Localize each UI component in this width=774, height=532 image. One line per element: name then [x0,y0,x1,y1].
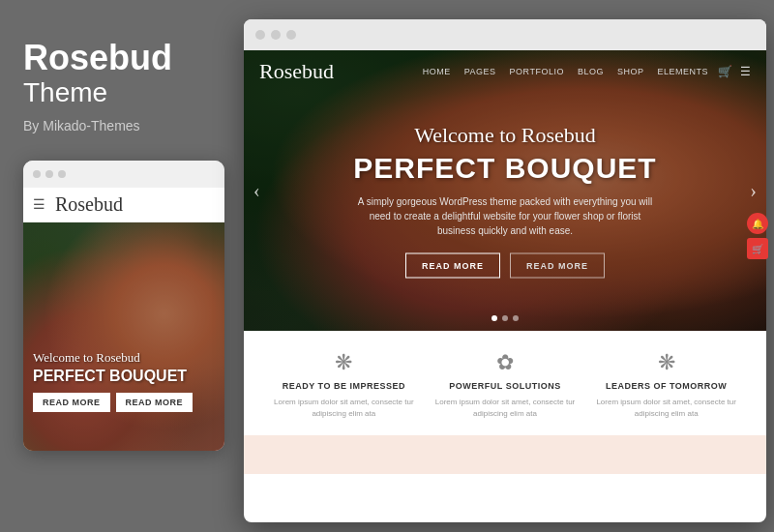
feature-desc-1: Lorem ipsum dolor sit amet, consecte tur… [273,397,415,420]
hero-slide-dots [491,315,519,321]
hero-welcome-script: Welcome to Rosebud [296,123,714,148]
feature-icon-2: ✿ [434,352,577,373]
hero-read-more-btn-1[interactable]: READ MORE [405,253,500,279]
left-panel: Rosebud Theme By Mikado-Themes ☰ Rosebud… [0,0,240,532]
mobile-read-more-btn-2[interactable]: READ More [116,393,194,412]
hero-dot-1[interactable] [491,315,497,321]
feature-icon-3: ❋ [595,352,737,373]
nav-pages[interactable]: PAGES [464,67,496,76]
nav-home[interactable]: HOME [423,67,451,76]
browser-top-bar [244,19,766,50]
hero-main-title: PERFECT BOUQUET [296,152,714,185]
mobile-logo: Rosebud [55,193,123,216]
feature-item-1: ❋ READY TO BE IMPRESSED Lorem ipsum dolo… [263,352,425,420]
mobile-welcome-script: Welcome to Rosebud [33,350,215,366]
browser-dot-1 [255,30,265,40]
mobile-top-bar [23,161,224,188]
menu-icon[interactable]: ☰ [740,65,751,79]
mobile-nav: ☰ Rosebud [23,188,224,222]
cart-badge: 🛒 [747,238,768,259]
feature-title-1: READY TO BE IMPRESSED [273,381,415,391]
hero-logo: Rosebud [259,59,334,84]
hero-prev-arrow[interactable]: ‹ [253,180,260,202]
mobile-hero: Welcome to Rosebud PERFECT BOUQUET READ … [23,222,224,451]
theme-subtitle: Theme [23,77,217,108]
nav-portfolio[interactable]: PORTFOLIO [510,67,564,76]
notification-icon: 🔔 [752,219,763,229]
mobile-dot-2 [45,170,53,178]
theme-title: Rosebud [23,39,217,77]
mobile-read-more-btn-1[interactable]: READ MorE [33,393,110,412]
feature-icon-1: ❋ [273,352,415,373]
nav-blog[interactable]: BLOG [578,67,604,76]
mobile-hero-content: Welcome to Rosebud PERFECT BOUQUET READ … [33,350,215,412]
mobile-dot-1 [33,170,41,178]
feature-desc-2: Lorem ipsum dolor sit amet, consecte tur… [434,397,577,420]
nav-shop[interactable]: SHOP [617,67,644,76]
browser-window: Rosebud HOME PAGES PORTFOLIO BLOG SHOP E… [244,19,766,522]
browser-hero: Rosebud HOME PAGES PORTFOLIO BLOG SHOP E… [244,50,766,331]
mobile-dot-3 [58,170,66,178]
feature-desc-3: Lorem ipsum dolor sit amet, consecte tur… [595,397,737,420]
hero-read-more-btn-2[interactable]: READ MORE [510,253,605,279]
mobile-hero-title: PERFECT BOUQUET [33,368,215,385]
mobile-buttons: READ MorE READ More [33,393,215,412]
hero-dot-3[interactable] [513,315,519,321]
feature-item-2: ✿ POWERFUL SOLUTIONS Lorem ipsum dolor s… [425,352,586,420]
hero-nav-links: HOME PAGES PORTFOLIO BLOG SHOP ELEMENTS [423,67,708,76]
cart-badge-icon: 🛒 [752,244,763,254]
browser-dot-2 [271,30,281,40]
cart-icon[interactable]: 🛒 [718,65,732,79]
mobile-mockup: ☰ Rosebud Welcome to Rosebud PERFECT BOU… [23,161,224,451]
feature-title-2: POWERFUL SOLUTIONS [434,381,577,391]
notification-badge: 🔔 [747,213,768,234]
mobile-hero-overlay [23,222,224,451]
bottom-strip [244,435,766,474]
hamburger-icon[interactable]: ☰ [33,196,45,213]
hero-buttons: READ MORE READ MORE [296,253,714,279]
browser-dot-3 [286,30,296,40]
hero-description: A simply gorgeous WordPress theme packed… [350,194,660,238]
hero-content: Welcome to Rosebud PERFECT BOUQUET A sim… [296,123,714,279]
hero-nav: Rosebud HOME PAGES PORTFOLIO BLOG SHOP E… [244,50,766,93]
feature-title-3: LEADERS OF TOMORROW [595,381,737,391]
features-section: ❋ READY TO BE IMPRESSED Lorem ipsum dolo… [244,331,766,435]
hero-next-arrow[interactable]: › [750,180,757,202]
theme-by: By Mikado-Themes [23,118,217,133]
hero-dot-2[interactable] [502,315,508,321]
feature-item-3: ❋ LEADERS OF TOMORROW Lorem ipsum dolor … [585,352,747,420]
nav-elements[interactable]: ELEMENTS [657,67,708,76]
hero-nav-icons: 🛒 ☰ [718,65,751,79]
